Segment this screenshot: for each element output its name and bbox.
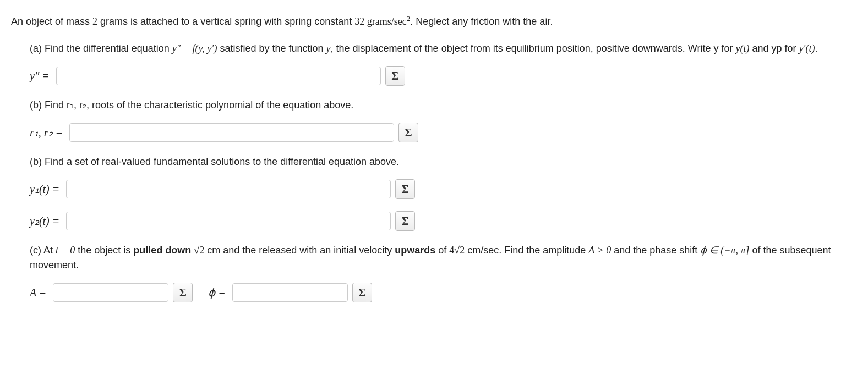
c-t6: cm/sec. Find the amplitude bbox=[465, 245, 588, 256]
input-r1r2[interactable] bbox=[69, 123, 394, 142]
intro-units-prefix: grams/sec bbox=[364, 16, 406, 27]
input-y2t[interactable] bbox=[66, 212, 391, 230]
c-Agt: A > 0 bbox=[588, 245, 611, 256]
row-ypp: y″ = Σ bbox=[30, 66, 857, 86]
part-b1-text: (b) Find r₁, r₂, roots of the characteri… bbox=[30, 98, 857, 113]
c-phiin: ϕ ∈ (−π, π] bbox=[700, 245, 749, 256]
row-y1t: y₁(t) = Σ bbox=[30, 179, 857, 199]
intro-text-1: An object of mass bbox=[11, 16, 92, 27]
row-r1r2: r₁, r₂ = Σ bbox=[30, 123, 857, 142]
input-phi[interactable] bbox=[232, 283, 348, 302]
c-t4: cm and the released with an initial velo… bbox=[204, 245, 395, 256]
input-ypp[interactable] bbox=[56, 67, 381, 85]
sigma-button-y1t[interactable]: Σ bbox=[395, 179, 415, 199]
label-phi: ϕ = bbox=[208, 284, 226, 301]
input-A[interactable] bbox=[53, 283, 168, 302]
sigma-button-A[interactable]: Σ bbox=[173, 283, 193, 302]
intro-text-2: grams is attached to a vertical spring w… bbox=[97, 16, 354, 27]
c-bold-pulled-down: pulled down bbox=[133, 245, 191, 256]
c-sqrt2-b: √2 bbox=[454, 245, 465, 256]
c-t5: of bbox=[435, 245, 449, 256]
a-yt: y(t) bbox=[736, 43, 750, 54]
sigma-button-y2t[interactable]: Σ bbox=[395, 211, 415, 231]
c-t1: (c) At bbox=[30, 245, 56, 256]
label-r1r2: r₁, r₂ = bbox=[30, 124, 63, 141]
row-y2t: y₂(t) = Σ bbox=[30, 211, 857, 231]
a-t2: satisfied by the function bbox=[217, 43, 326, 54]
part-a-text: (a) Find the differential equation y″ = … bbox=[30, 41, 857, 56]
part-b2-text: (b) Find a set of real-valued fundamenta… bbox=[30, 155, 857, 169]
problem-intro: An object of mass 2 grams is attached to… bbox=[11, 13, 857, 29]
c-t7: and the phase shift bbox=[611, 245, 700, 256]
a-yvar: y bbox=[326, 43, 331, 54]
label-A: A = bbox=[30, 284, 46, 301]
intro-mass: 2 bbox=[92, 16, 97, 27]
a-eq1: y″ = f(y, y′) bbox=[172, 43, 217, 54]
a-t4: and yp for bbox=[750, 43, 799, 54]
label-ypp: y″ = bbox=[30, 68, 50, 84]
input-y1t[interactable] bbox=[66, 180, 391, 198]
sigma-button-phi[interactable]: Σ bbox=[352, 283, 372, 302]
c-four: 4 bbox=[449, 245, 454, 256]
a-t1: (a) Find the differential equation bbox=[30, 43, 172, 54]
label-y2t: y₂(t) = bbox=[30, 213, 59, 229]
row-A-phi: A = Σ ϕ = Σ bbox=[30, 283, 857, 302]
c-bold-upwards: upwards bbox=[395, 245, 435, 256]
part-c-text: (c) At t = 0 the object is pulled down √… bbox=[30, 243, 857, 273]
sigma-button-r1r2[interactable]: Σ bbox=[398, 123, 418, 142]
c-sqrt2-a: √2 bbox=[194, 245, 204, 256]
a-t3: , the displacement of the object from it… bbox=[331, 43, 736, 54]
c-t2: the object is bbox=[75, 245, 133, 256]
a-ypt: y′(t) bbox=[799, 43, 815, 54]
intro-k: 32 bbox=[354, 16, 364, 27]
label-y1t: y₁(t) = bbox=[30, 181, 59, 197]
a-t5: . bbox=[815, 43, 817, 54]
intro-text-3: . Neglect any friction with the air. bbox=[410, 16, 553, 27]
sigma-button-ypp[interactable]: Σ bbox=[385, 66, 405, 86]
c-t0: t = 0 bbox=[56, 245, 75, 256]
